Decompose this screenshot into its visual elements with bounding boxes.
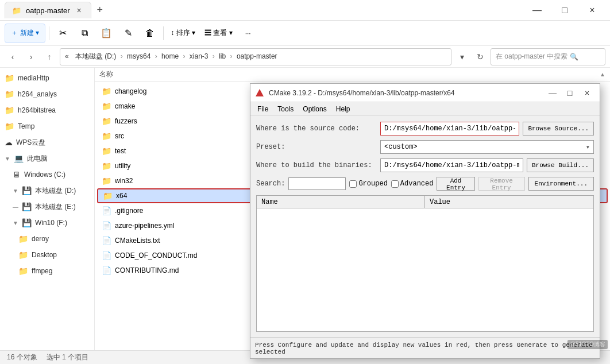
cmake-close-btn[interactable]: × <box>579 86 595 100</box>
folder-icon: 📁 <box>102 102 111 111</box>
close-btn[interactable]: × <box>579 1 605 20</box>
file-icon: 📄 <box>102 266 111 275</box>
cmake-maximize-btn[interactable]: □ <box>562 86 578 100</box>
cmake-status-text: Press Configure and update and display n… <box>255 342 595 355</box>
menu-help[interactable]: Help <box>331 104 355 114</box>
value-col-header: Value <box>425 196 593 208</box>
name-column-header: 名称 <box>99 69 600 79</box>
title-tab[interactable]: 📁 oatpp-master × <box>5 2 91 18</box>
grouped-check[interactable] <box>349 180 357 188</box>
menu-tools[interactable]: Tools <box>273 104 298 114</box>
more-button[interactable]: ··· <box>238 24 258 43</box>
search-icon: 🔍 <box>570 53 578 61</box>
folder-icon: 📁 <box>12 6 21 15</box>
sidebar-item-h264analys[interactable]: 📁 h264_analys <box>0 86 94 102</box>
expand-icon: — <box>13 204 18 210</box>
grouped-checkbox[interactable]: Grouped <box>349 180 387 188</box>
cmake-content: Where is the source code: Browse Source.… <box>250 116 600 338</box>
file-icon: 📄 <box>102 206 111 215</box>
environment-btn[interactable]: Environment... <box>528 177 594 191</box>
menu-file[interactable]: File <box>253 104 273 114</box>
sidebar-item-h264bits[interactable]: 📁 h264bitstrea <box>0 102 94 118</box>
toolbar-divider-2 <box>163 26 164 40</box>
preset-label: Preset: <box>256 143 377 151</box>
browse-source-btn[interactable]: Browse Source... <box>523 122 594 135</box>
new-icon: ＋ <box>11 28 18 38</box>
drive-icon: 💾 <box>22 202 32 211</box>
drive-icon: 🖥 <box>13 170 21 179</box>
back-btn[interactable]: ‹ <box>5 49 21 65</box>
sidebar-item-windows-c[interactable]: 🖥 Windows (C:) <box>0 166 94 183</box>
folder-icon: 📁 <box>5 90 14 99</box>
address-field[interactable]: « 本地磁盘 (D:) › msys64 › home › xian-3 › l… <box>60 48 451 65</box>
name-col-header: Name <box>257 196 425 208</box>
breadcrumb: « 本地磁盘 (D:) › msys64 › home › xian-3 › l… <box>65 52 277 61</box>
grouped-label: Grouped <box>358 180 387 188</box>
copy-button[interactable]: ⧉ <box>75 24 94 43</box>
item-count: 16 个对象 <box>7 353 37 362</box>
dropdown-arrow: ▾ <box>586 143 590 152</box>
sidebar-item-ffmpeg[interactable]: 📁 ffmpeg <box>0 263 94 279</box>
preset-select[interactable]: <custom> ▾ <box>380 140 594 154</box>
sidebar-item-local-d[interactable]: ▼ 💾 本地磁盘 (D:) <box>0 183 94 199</box>
watermark: @51CTO博客 <box>567 340 608 349</box>
cmake-dialog: CMake 3.19.2 - D:/msys64/home/xian-3/lib… <box>250 83 600 359</box>
new-tab-btn[interactable]: + <box>94 4 107 16</box>
dropdown-btn[interactable]: ▾ <box>454 49 470 65</box>
search-field[interactable]: 在 oatpp-master 中搜索 🔍 <box>491 48 605 65</box>
sidebar-item-win10-f[interactable]: ▼ 💾 Win10 (F:) <box>0 215 94 231</box>
paste-button[interactable]: 📋 <box>96 24 116 43</box>
view-label: ☰ 查看 ▾ <box>204 28 233 38</box>
sort-button[interactable]: ↕ 排序 ▾ <box>167 24 199 43</box>
remove-entry-btn[interactable]: Remove Entry <box>478 177 525 191</box>
folder-icon: 📁 <box>5 106 14 115</box>
maximize-btn[interactable]: □ <box>551 1 578 20</box>
source-row: Where is the source code: Browse Source.… <box>256 122 594 135</box>
new-label: 新建 ▾ <box>20 28 39 38</box>
advanced-check[interactable] <box>391 180 399 188</box>
build-input[interactable] <box>380 158 523 172</box>
file-icon: 📄 <box>102 236 111 245</box>
delete-button[interactable]: 🗑 <box>140 24 160 43</box>
sidebar-item-temp[interactable]: 📁 Temp <box>0 118 94 134</box>
cmake-win-controls: — □ × <box>545 86 595 100</box>
menu-options[interactable]: Options <box>298 104 331 114</box>
sidebar-item-desktop[interactable]: 📁 Desktop <box>0 247 94 263</box>
computer-icon: 💻 <box>14 154 24 163</box>
folder-icon: 📁 <box>18 234 28 243</box>
tab-close-btn[interactable]: × <box>75 6 84 15</box>
cut-button[interactable]: ✂ <box>53 24 72 43</box>
advanced-checkbox[interactable]: Advanced <box>391 180 434 188</box>
sidebar: 📁 mediaHttp 📁 h264_analys 📁 h264bitstrea… <box>0 68 95 350</box>
cmake-app-icon <box>255 88 264 98</box>
sidebar-item-wps[interactable]: ☁ WPS云盘 <box>0 134 94 150</box>
toolbar-divider-1 <box>49 26 49 40</box>
sidebar-item-thispc[interactable]: ▼ 💻 此电脑 <box>0 150 94 166</box>
up-btn[interactable]: ↑ <box>41 49 57 65</box>
cmake-minimize-btn[interactable]: — <box>545 86 561 100</box>
new-button[interactable]: ＋ 新建 ▾ <box>5 24 45 43</box>
title-bar: 📁 oatpp-master × + — □ × <box>0 0 610 21</box>
rename-button[interactable]: ✎ <box>118 24 138 43</box>
minimize-btn[interactable]: — <box>524 1 550 20</box>
sidebar-item-local-e[interactable]: — 💾 本地磁盘 (E:) <box>0 199 94 215</box>
search-input[interactable] <box>288 177 346 190</box>
sort-indicator: ▲ <box>600 71 605 78</box>
cut-icon: ✂ <box>59 28 67 38</box>
folder-icon: 📁 <box>5 122 14 131</box>
sidebar-item-deroy[interactable]: 📁 deroy <box>0 231 94 247</box>
forward-btn[interactable]: › <box>23 49 39 65</box>
sidebar-item-mediahttp[interactable]: 📁 mediaHttp <box>0 70 94 86</box>
build-label: Where to build the binaries: <box>256 161 377 169</box>
cmake-title-bar: CMake 3.19.2 - D:/msys64/home/xian-3/lib… <box>250 84 600 102</box>
expand-icon: ▼ <box>13 188 18 194</box>
refresh-btn[interactable]: ↻ <box>472 49 488 65</box>
address-bar: ‹ › ↑ « 本地磁盘 (D:) › msys64 › home › xian… <box>0 46 610 68</box>
view-button[interactable]: ☰ 查看 ▾ <box>201 24 236 43</box>
add-entry-btn[interactable]: Add Entry <box>437 177 474 191</box>
preset-row: Preset: <custom> ▾ <box>256 140 594 154</box>
search-label: Search: <box>256 180 285 188</box>
source-input[interactable] <box>380 122 519 135</box>
browse-build-btn[interactable]: Browse Build... <box>527 158 594 172</box>
selected-count: 选中 1 个项目 <box>47 353 88 362</box>
